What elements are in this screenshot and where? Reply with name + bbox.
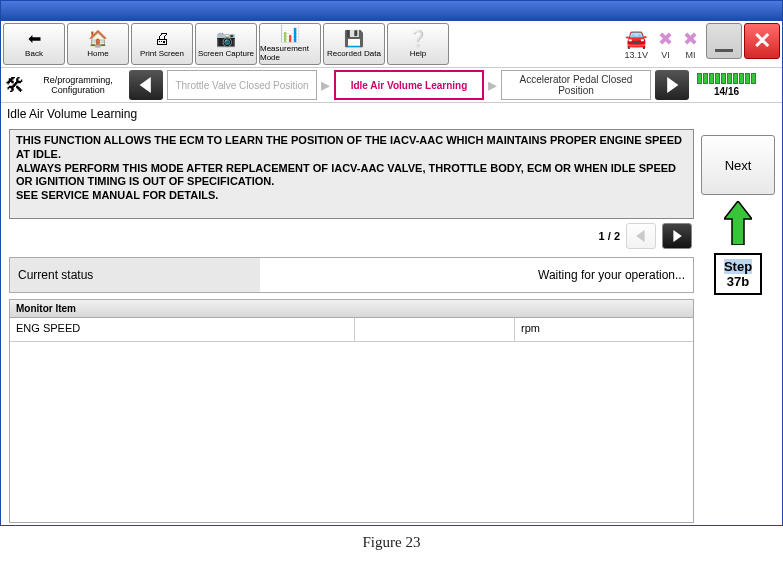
screen-capture-button[interactable]: 📷 Screen Capture bbox=[195, 23, 257, 65]
pager-prev-button[interactable] bbox=[626, 223, 656, 249]
svg-marker-0 bbox=[140, 77, 151, 93]
title-bar bbox=[1, 1, 782, 21]
status-cluster: 🚘 13.1V ✖ VI ✖ MI bbox=[618, 23, 704, 65]
mi-cross-icon: ✖ bbox=[683, 28, 698, 50]
step-prev-label: Throttle Valve Closed Position bbox=[175, 80, 308, 91]
callout-box: Step 37b bbox=[714, 253, 762, 295]
triangle-left-icon bbox=[635, 230, 647, 242]
home-icon: 🏠 bbox=[88, 31, 108, 47]
step-prev: Throttle Valve Closed Position bbox=[167, 70, 317, 100]
current-status-value: Waiting for your operation... bbox=[260, 258, 693, 292]
voltage-status: 🚘 13.1V bbox=[624, 28, 648, 60]
capture-label: Screen Capture bbox=[198, 49, 254, 58]
chevron-right-icon: ▸ bbox=[321, 74, 330, 96]
vi-cross-icon: ✖ bbox=[658, 28, 673, 50]
figure-caption: Figure 23 bbox=[0, 526, 783, 553]
print-screen-button[interactable]: 🖨 Print Screen bbox=[131, 23, 193, 65]
chevron-right-icon: ▸ bbox=[488, 74, 497, 96]
minimize-button[interactable] bbox=[706, 23, 742, 59]
callout-line2: 37b bbox=[727, 274, 749, 289]
next-button-label: Next bbox=[725, 158, 752, 173]
home-label: Home bbox=[87, 49, 108, 58]
back-arrow-icon: ⬅ bbox=[28, 31, 41, 47]
monitor-header: Monitor Item bbox=[9, 299, 694, 318]
side-column: Next Step 37b bbox=[698, 127, 778, 295]
pager: 1 / 2 bbox=[5, 221, 698, 251]
vi-status: ✖ VI bbox=[658, 28, 673, 60]
step-breadcrumb: 🛠 Re/programming, Configuration Throttle… bbox=[1, 68, 782, 103]
print-label: Print Screen bbox=[140, 49, 184, 58]
config-label: Re/programming, Configuration bbox=[31, 75, 125, 95]
monitor-table: ENG SPEED rpm bbox=[9, 318, 694, 523]
back-button[interactable]: ⬅ Back bbox=[3, 23, 65, 65]
mi-status: ✖ MI bbox=[683, 28, 698, 60]
back-label: Back bbox=[25, 49, 43, 58]
progress-bars-icon bbox=[697, 73, 756, 84]
help-button[interactable]: ❔ Help bbox=[387, 23, 449, 65]
step-prev-button[interactable] bbox=[129, 70, 163, 100]
progress-indicator: 14/16 bbox=[697, 73, 756, 97]
main-toolbar: ⬅ Back 🏠 Home 🖨 Print Screen 📷 Screen Ca… bbox=[1, 21, 782, 68]
pager-label: 1 / 2 bbox=[599, 230, 620, 242]
config-link[interactable]: 🛠 Re/programming, Configuration bbox=[5, 74, 125, 97]
monitor-empty-area bbox=[10, 342, 693, 522]
current-status-label: Current status bbox=[10, 258, 260, 292]
table-row: ENG SPEED rpm bbox=[10, 318, 693, 342]
monitor-item-name: ENG SPEED bbox=[10, 318, 355, 342]
svg-marker-4 bbox=[724, 201, 752, 245]
recorded-data-button[interactable]: 💾 Recorded Data bbox=[323, 23, 385, 65]
callout-line1: Step bbox=[724, 259, 752, 274]
current-status-row: Current status Waiting for your operatio… bbox=[9, 257, 694, 293]
step-current-label: Idle Air Volume Learning bbox=[351, 80, 468, 91]
page-title: Idle Air Volume Learning bbox=[1, 103, 782, 125]
help-icon: ❔ bbox=[408, 31, 428, 47]
triangle-left-icon bbox=[138, 77, 154, 93]
triangle-right-icon bbox=[664, 77, 680, 93]
voltage-value: 13.1V bbox=[624, 50, 648, 60]
measurement-mode-button[interactable]: 📊 Measurement Mode bbox=[259, 23, 321, 65]
step-next-button[interactable] bbox=[655, 70, 689, 100]
printer-icon: 🖨 bbox=[154, 31, 170, 47]
next-button[interactable]: Next bbox=[701, 135, 775, 195]
app-window: ⬅ Back 🏠 Home 🖨 Print Screen 📷 Screen Ca… bbox=[0, 0, 783, 526]
step-current: Idle Air Volume Learning bbox=[334, 70, 484, 100]
minimize-icon bbox=[715, 49, 733, 52]
close-button[interactable]: ✕ bbox=[744, 23, 780, 59]
svg-marker-3 bbox=[673, 230, 681, 242]
close-icon: ✕ bbox=[753, 28, 771, 54]
svg-marker-1 bbox=[667, 77, 678, 93]
pager-next-button[interactable] bbox=[662, 223, 692, 249]
step-next-label: Accelerator Pedal Closed Position bbox=[502, 74, 650, 96]
car-icon: 🚘 bbox=[625, 28, 647, 50]
svg-marker-2 bbox=[636, 230, 644, 242]
monitor-item-unit: rpm bbox=[515, 318, 693, 342]
triangle-right-icon bbox=[671, 230, 683, 242]
step-next: Accelerator Pedal Closed Position bbox=[501, 70, 651, 100]
measurement-label: Measurement Mode bbox=[260, 44, 320, 62]
gauge-icon: 📊 bbox=[280, 26, 300, 42]
callout-arrow-icon bbox=[724, 201, 752, 247]
camera-icon: 📷 bbox=[216, 31, 236, 47]
progress-text: 14/16 bbox=[714, 86, 739, 97]
home-button[interactable]: 🏠 Home bbox=[67, 23, 129, 65]
monitor-item-value bbox=[355, 318, 515, 342]
record-icon: 💾 bbox=[344, 31, 364, 47]
recorded-label: Recorded Data bbox=[327, 49, 381, 58]
instruction-panel: THIS FUNCTION ALLOWS THE ECM TO LEARN TH… bbox=[9, 129, 694, 219]
help-label: Help bbox=[410, 49, 426, 58]
mi-label: MI bbox=[686, 50, 696, 60]
vi-label: VI bbox=[661, 50, 670, 60]
main-column: THIS FUNCTION ALLOWS THE ECM TO LEARN TH… bbox=[5, 127, 698, 523]
config-icon: 🛠 bbox=[5, 74, 25, 97]
instruction-text: THIS FUNCTION ALLOWS THE ECM TO LEARN TH… bbox=[16, 134, 687, 203]
